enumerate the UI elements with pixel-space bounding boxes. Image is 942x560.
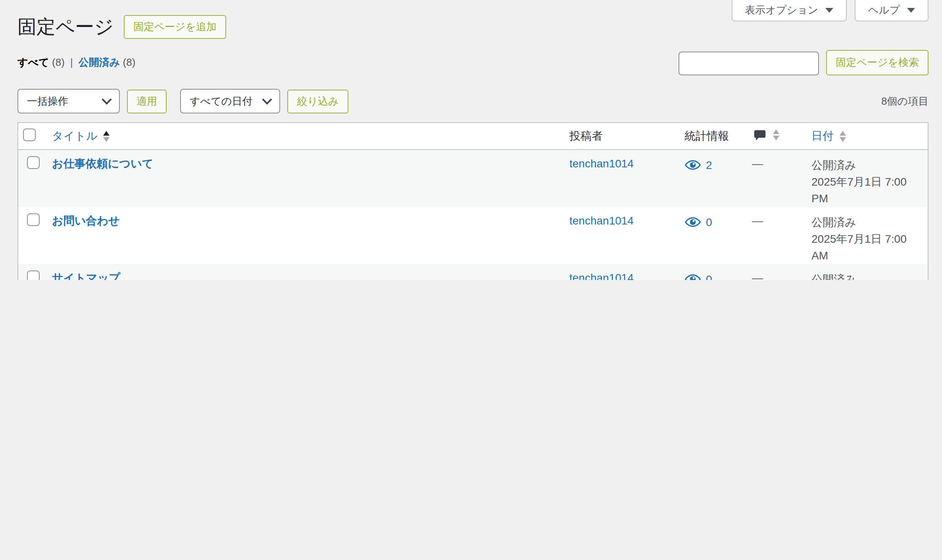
author-link[interactable]: tenchan1014 xyxy=(569,214,634,227)
table-row: お仕事依頼について tenchan1014 2 — 公開済み2025年7月1日 … xyxy=(18,150,928,207)
page-title: 固定ページ xyxy=(17,16,113,38)
sort-arrows-icon xyxy=(839,130,846,142)
table-row: お問い合わせ tenchan1014 0 — 公開済み2025年7月1日 7:0… xyxy=(18,207,928,264)
chevron-down-icon xyxy=(262,94,272,104)
screen-options-label: 表示オプション xyxy=(745,3,818,17)
search-input[interactable] xyxy=(679,52,819,75)
views-count: 0 xyxy=(706,273,712,280)
comment-bubble-icon xyxy=(752,127,767,142)
page-title-link[interactable]: お問い合わせ xyxy=(52,214,120,227)
chevron-down-icon xyxy=(907,8,915,13)
filter-button[interactable]: 絞り込み xyxy=(287,89,348,113)
bulk-actions-value: 一括操作 xyxy=(27,94,68,108)
table-row: サイトマップ tenchan1014 0 — 公開済み2025年7月1日 7:0… xyxy=(18,264,928,280)
post-status: 公開済み xyxy=(811,159,856,171)
chevron-down-icon xyxy=(825,8,833,13)
row-checkbox[interactable] xyxy=(27,270,40,280)
screen-meta: 表示オプション ヘルプ xyxy=(731,0,929,21)
screen-options-tab[interactable]: 表示オプション xyxy=(731,0,847,21)
help-tab[interactable]: ヘルプ xyxy=(855,0,929,21)
bulk-actions-select[interactable]: 一括操作 xyxy=(17,89,120,113)
views-count: 2 xyxy=(706,159,712,171)
pages-table-body: お仕事依頼について tenchan1014 2 — 公開済み2025年7月1日 … xyxy=(18,150,928,280)
eye-icon xyxy=(684,271,700,280)
item-count: 8個の項目 xyxy=(881,94,929,108)
eye-icon xyxy=(684,214,700,230)
sort-arrows-icon xyxy=(773,129,779,140)
views-link[interactable]: 2 xyxy=(684,157,712,173)
views-count: 0 xyxy=(706,216,712,228)
filter-separator: | xyxy=(70,56,73,68)
view-filters: すべて (8)|公開済み (8) xyxy=(17,56,135,70)
comment-count: — xyxy=(752,214,763,227)
eye-icon xyxy=(684,157,700,173)
date-filter-value: すべての日付 xyxy=(190,94,252,108)
comment-count: — xyxy=(752,157,763,170)
add-page-button[interactable]: 固定ページを追加 xyxy=(124,15,226,39)
page-title-link[interactable]: お仕事依頼について xyxy=(52,157,153,170)
pages-list-table: タイトル 投稿者 統計情報 日付 お仕事依頼について tenchan1014 2… xyxy=(17,122,929,280)
page-title-link[interactable]: サイトマップ xyxy=(52,271,120,280)
stats-column-header: 統計情報 xyxy=(677,123,744,150)
date-filter-select[interactable]: すべての日付 xyxy=(180,89,280,113)
post-date: 2025年7月1日 7:00 PM xyxy=(811,175,907,205)
help-label: ヘルプ xyxy=(868,3,900,17)
post-status: 公開済み xyxy=(811,216,856,228)
tablenav-top: 一括操作 適用 すべての日付 絞り込み 8個の項目 xyxy=(17,89,929,113)
row-checkbox[interactable] xyxy=(27,156,40,169)
views-link[interactable]: 0 xyxy=(684,271,712,280)
post-status: 公開済み xyxy=(811,273,856,280)
post-date: 2025年7月1日 7:00 AM xyxy=(811,232,907,262)
chevron-down-icon xyxy=(102,94,112,104)
author-column-header: 投稿者 xyxy=(561,123,677,150)
filter-all-link[interactable]: すべて (8) xyxy=(17,56,65,68)
search-box: 固定ページを検索 xyxy=(679,50,929,75)
author-link[interactable]: tenchan1014 xyxy=(569,157,634,170)
sort-title-header[interactable]: タイトル xyxy=(52,129,110,143)
row-checkbox[interactable] xyxy=(27,213,40,226)
comment-count: — xyxy=(752,271,763,280)
sort-arrows-icon xyxy=(103,130,110,142)
select-all-checkbox[interactable] xyxy=(23,128,36,141)
views-link[interactable]: 0 xyxy=(684,214,712,230)
sort-date-header[interactable]: 日付 xyxy=(811,129,846,143)
pages-admin-screen: 表示オプション ヘルプ 固定ページ 固定ページを追加 すべて (8)|公開済み … xyxy=(0,0,942,280)
author-link[interactable]: tenchan1014 xyxy=(569,271,634,280)
filter-published-link[interactable]: 公開済み (8) xyxy=(79,56,136,68)
search-pages-button[interactable]: 固定ページを検索 xyxy=(826,50,929,75)
table-header: タイトル 投稿者 統計情報 日付 xyxy=(18,123,928,150)
apply-button[interactable]: 適用 xyxy=(127,89,167,113)
